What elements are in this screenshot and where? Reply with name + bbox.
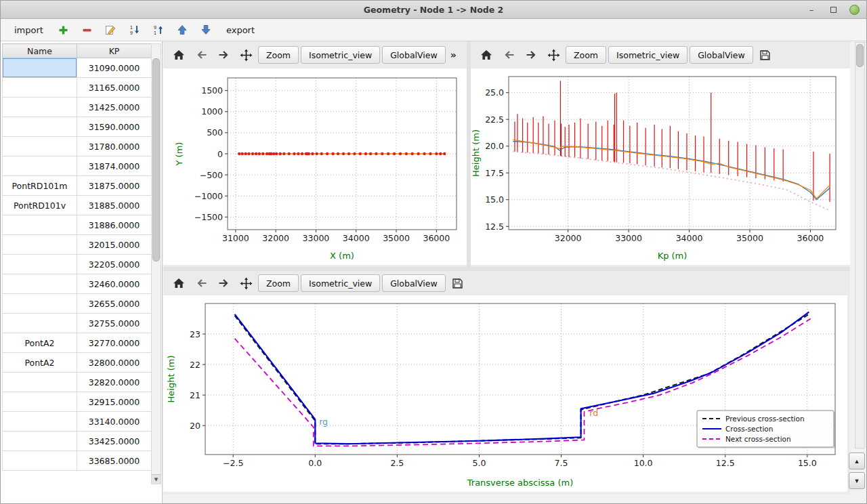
table-row[interactable]: 32915.0000 (3, 392, 152, 412)
back-button[interactable] (191, 45, 211, 64)
global-view-button[interactable]: GlobalView (690, 46, 753, 64)
table-row[interactable]: 32655.0000 (3, 294, 152, 314)
main-scrollbar-thumb[interactable] (856, 44, 864, 67)
cell-name[interactable] (3, 117, 77, 137)
cell-kp[interactable]: 31886.0000 (77, 215, 152, 235)
save-figure-button[interactable] (755, 45, 776, 64)
export-button[interactable]: export (221, 22, 260, 38)
zoom-button[interactable]: Zoom (258, 46, 299, 64)
longitudinal-profile-chart[interactable]: 320003300034000350003600012.515.017.520.… (471, 68, 850, 265)
cell-kp[interactable]: 32460.0000 (77, 274, 152, 294)
global-view-button[interactable]: GlobalView (382, 46, 446, 64)
home-button[interactable] (476, 45, 496, 64)
cell-name[interactable]: PontRD101v (3, 196, 77, 215)
isometric-view-button[interactable]: Isometric_view (301, 46, 380, 64)
cell-kp[interactable]: 32770.0000 (77, 333, 152, 353)
cell-name[interactable] (3, 373, 77, 392)
main-scrollbar[interactable] (855, 42, 865, 448)
cell-kp[interactable]: 32205.0000 (77, 255, 152, 274)
cell-name[interactable] (3, 78, 77, 98)
cell-name[interactable] (3, 294, 77, 314)
cell-kp[interactable]: 31874.0000 (77, 156, 152, 176)
table-row[interactable]: 31090.0000 (3, 58, 152, 78)
cross-section-chart[interactable]: −2.50.02.55.07.510.012.515.020212223rgrd… (163, 295, 847, 492)
cell-name[interactable] (3, 156, 77, 176)
minimize-button[interactable]: – (806, 4, 817, 15)
cell-kp[interactable]: 31090.0000 (77, 58, 152, 78)
sort-ascending-button[interactable]: 19 (126, 22, 144, 38)
forward-button[interactable] (213, 45, 234, 64)
back-button[interactable] (499, 45, 519, 64)
global-view-button[interactable]: GlobalView (382, 274, 446, 292)
table-row[interactable]: PontRD101v31885.0000 (3, 196, 152, 215)
zoom-button[interactable]: Zoom (258, 274, 299, 292)
cell-name[interactable] (3, 137, 77, 156)
zoom-button[interactable]: Zoom (566, 46, 606, 64)
table-row[interactable]: 32755.0000 (3, 314, 152, 333)
table-row[interactable]: 33425.0000 (3, 432, 152, 451)
back-button[interactable] (191, 274, 211, 293)
cell-kp[interactable]: 31780.0000 (77, 137, 152, 156)
save-figure-button[interactable] (448, 274, 468, 293)
forward-button[interactable] (521, 45, 541, 64)
cell-kp[interactable]: 31875.0000 (77, 176, 152, 196)
cell-name[interactable] (3, 215, 77, 235)
move-down-button[interactable] (197, 22, 215, 38)
table-row[interactable]: 31165.0000 (3, 78, 152, 98)
isometric-view-button[interactable]: Isometric_view (608, 46, 688, 64)
cell-kp[interactable]: 33140.0000 (77, 412, 152, 432)
sort-descending-button[interactable]: 91 (150, 22, 167, 38)
table-row[interactable]: 31780.0000 (3, 137, 152, 156)
titlebar[interactable]: Geometry - Node 1 -> Node 2 – (1, 1, 866, 19)
home-button[interactable] (169, 274, 189, 293)
table-scrollbar[interactable]: ▼ (151, 43, 161, 484)
cell-name[interactable] (3, 392, 77, 412)
isometric-view-button[interactable]: Isometric_view (301, 274, 380, 292)
table-row[interactable]: PontA232800.0000 (3, 353, 152, 373)
cell-kp[interactable]: 33685.0000 (77, 451, 152, 471)
close-button[interactable] (849, 5, 860, 15)
cell-name[interactable] (3, 235, 77, 255)
cell-name[interactable] (3, 58, 77, 78)
table-row[interactable]: 31425.0000 (3, 98, 152, 117)
pager-up-button[interactable]: ▲ (849, 453, 865, 469)
cell-name[interactable] (3, 432, 77, 451)
cell-name[interactable] (3, 412, 77, 432)
cell-name[interactable]: PontA2 (3, 333, 77, 353)
table-row[interactable]: 33140.0000 (3, 412, 152, 432)
cell-name[interactable]: PontRD101m (3, 176, 77, 196)
pan-button[interactable] (236, 45, 256, 64)
cell-kp[interactable]: 33425.0000 (77, 432, 152, 451)
add-row-button[interactable] (55, 22, 72, 38)
cell-kp[interactable]: 32915.0000 (77, 392, 152, 412)
cell-kp[interactable]: 32820.0000 (77, 373, 152, 392)
table-row[interactable]: 31874.0000 (3, 156, 152, 176)
cell-name[interactable] (3, 314, 77, 333)
toolbar-overflow-button[interactable]: » (448, 49, 459, 60)
cell-kp[interactable]: 32655.0000 (77, 294, 152, 314)
pager-down-button[interactable]: ▼ (849, 472, 865, 489)
table-row[interactable]: 32460.0000 (3, 274, 152, 294)
table-row[interactable]: 32205.0000 (3, 255, 152, 274)
cell-kp[interactable]: 32015.0000 (77, 235, 152, 255)
table-row[interactable]: 31590.0000 (3, 117, 152, 137)
table-row[interactable]: 33685.0000 (3, 451, 152, 471)
forward-button[interactable] (213, 274, 234, 293)
cell-kp[interactable]: 32755.0000 (77, 314, 152, 333)
cell-kp[interactable]: 32800.0000 (77, 353, 152, 373)
column-header-kp[interactable]: KP (77, 44, 152, 58)
table-row[interactable]: 32015.0000 (3, 235, 152, 255)
column-header-name[interactable]: Name (3, 44, 77, 58)
table-row[interactable]: PontA232770.0000 (3, 333, 152, 353)
plan-view-chart[interactable]: 310003200033000340003500036000−1500−1000… (163, 68, 467, 265)
remove-row-button[interactable] (79, 22, 96, 38)
cell-kp[interactable]: 31590.0000 (77, 117, 152, 137)
cell-name[interactable] (3, 98, 77, 117)
table-scrollbar-thumb[interactable] (152, 58, 160, 261)
cell-kp[interactable]: 31425.0000 (77, 98, 152, 117)
import-button[interactable]: import (9, 22, 49, 38)
edit-row-button[interactable] (102, 22, 120, 38)
table-row[interactable]: PontRD101m31875.0000 (3, 176, 152, 196)
table-scroll-down-icon[interactable]: ▼ (152, 474, 161, 484)
maximize-button[interactable] (828, 4, 839, 15)
